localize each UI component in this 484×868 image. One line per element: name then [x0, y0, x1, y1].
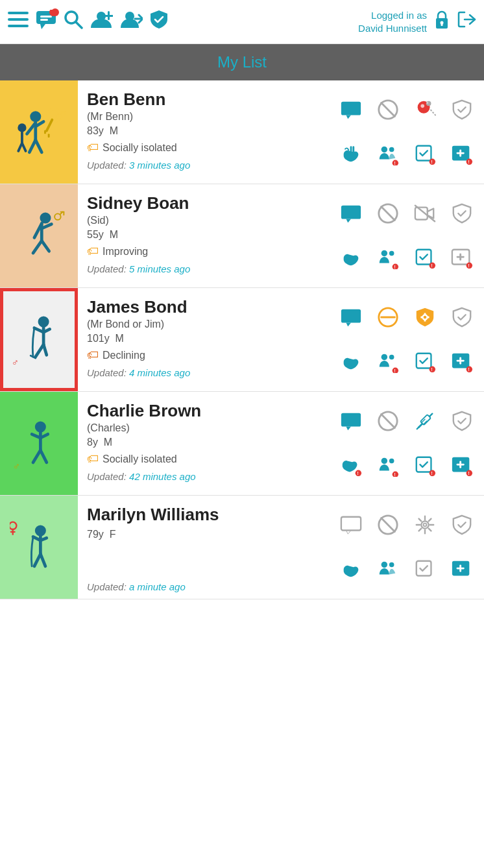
svg-text:♂: ♂ [12, 357, 19, 368]
task-alarm-icon[interactable]: ! [414, 143, 436, 165]
svg-point-147 [35, 525, 46, 536]
patient-avatar-ben-benn[interactable] [0, 80, 78, 184]
transfer-user-icon[interactable] [119, 10, 143, 34]
svg-line-169 [418, 528, 421, 531]
patient-age-sex: 83y M [87, 125, 322, 137]
shield-verify-icon[interactable] [451, 306, 473, 328]
add-alarm-icon[interactable]: ! [451, 351, 473, 373]
svg-line-62 [33, 241, 42, 253]
care-hand-icon[interactable] [340, 143, 362, 165]
alert-head-icon[interactable] [414, 99, 436, 121]
svg-line-121 [40, 450, 46, 462]
tag-label: Declining [103, 350, 145, 361]
patient-actions-charlie-brown: ! ! ! [328, 392, 484, 495]
svg-line-168 [428, 518, 431, 521]
svg-point-135 [381, 458, 387, 464]
family-alarm-icon[interactable]: ! [377, 247, 399, 269]
patient-updated: Updated: 5 minutes ago [87, 263, 322, 274]
page-title-bar: My List [0, 44, 484, 80]
svg-rect-100 [424, 313, 426, 315]
message-icon[interactable] [340, 99, 362, 121]
svg-text:!: ! [357, 471, 358, 476]
care-hand-alarm-icon[interactable]: ! [340, 455, 362, 477]
patient-avatar-marilyn-williams[interactable] [0, 496, 78, 599]
family-alarm-icon[interactable]: ! [377, 351, 399, 373]
patient-item: Ben Benn (Mr Benn) 83y M 🏷 Socially isol… [0, 80, 484, 184]
updated-time: 5 minutes ago [129, 263, 190, 274]
message-icon[interactable] [340, 306, 362, 328]
patient-alias: (Charles) [87, 422, 322, 434]
no-contact-icon[interactable] [377, 202, 399, 224]
svg-point-116 [35, 421, 46, 432]
svg-point-104 [381, 354, 387, 360]
patient-actions-ben-benn: ! ! ! [328, 80, 484, 184]
svg-text:!: ! [394, 368, 395, 373]
tag-icon: 🏷 [87, 141, 99, 154]
svg-rect-78 [416, 250, 431, 265]
patient-avatar-charlie-brown[interactable]: ♂ [0, 392, 78, 495]
family-icon[interactable] [377, 559, 399, 581]
patient-name: Charlie Brown [87, 401, 322, 421]
care-hand-icon[interactable] [340, 247, 362, 269]
shield-verify-icon[interactable] [451, 514, 473, 536]
chat-icon[interactable] [35, 10, 57, 34]
svg-marker-69 [346, 219, 351, 223]
shield-verify-icon[interactable] [451, 202, 473, 224]
patient-age-sex: 79y F [87, 529, 322, 540]
patient-avatar-james-bond[interactable]: ♂ [0, 288, 78, 391]
add-disabled-icon[interactable]: ! [451, 247, 473, 269]
tag-label: Socially isolated [103, 142, 177, 154]
add-alarm-icon[interactable]: ! [451, 143, 473, 165]
svg-text:!: ! [431, 263, 432, 268]
no-contact-icon[interactable] [377, 410, 399, 432]
task-alarm-icon[interactable]: ! [414, 351, 436, 373]
shield-verify-icon[interactable] [451, 410, 473, 432]
shield-check-icon[interactable] [149, 9, 169, 34]
svg-text:!: ! [468, 160, 469, 164]
svg-point-46 [381, 147, 387, 152]
svg-marker-4 [40, 24, 45, 29]
patient-info-marilyn-williams: Marilyn Williams 79y F Updated: a minute… [78, 496, 328, 599]
lock-icon[interactable] [433, 10, 450, 34]
shield-verify-icon[interactable] [451, 99, 473, 121]
add-user-icon[interactable] [90, 10, 113, 34]
patient-avatar-sidney-boan[interactable] [0, 184, 78, 287]
message-gray-icon[interactable] [340, 514, 362, 536]
svg-rect-12 [104, 15, 113, 17]
menu-icon[interactable] [8, 10, 29, 33]
svg-text:!: ! [468, 263, 469, 268]
svg-point-74 [381, 250, 387, 256]
patient-item: ♂ James Bond (Mr Bond or Jim) 101y M 🏷 D… [0, 288, 484, 392]
no-contact-icon[interactable] [377, 99, 399, 121]
no-contact-orange-icon[interactable] [377, 306, 399, 328]
video-off-icon[interactable] [414, 202, 436, 224]
svg-rect-101 [424, 320, 426, 322]
alert-shield-icon[interactable] [414, 306, 436, 328]
svg-point-153 [10, 522, 16, 529]
add-teal-icon[interactable] [451, 559, 473, 581]
logout-icon[interactable] [457, 10, 476, 34]
family-alarm-icon[interactable]: ! [377, 143, 399, 165]
svg-line-151 [34, 553, 40, 566]
tag-label: Improving [103, 246, 148, 258]
svg-text:!: ! [431, 471, 432, 476]
task-alarm-icon[interactable]: ! [414, 247, 436, 269]
patient-alias: (Sid) [87, 215, 322, 226]
family-alarm-icon[interactable]: ! [377, 455, 399, 477]
care-hand-icon[interactable] [340, 559, 362, 581]
search-icon[interactable] [64, 10, 83, 34]
patient-info-james-bond: James Bond (Mr Bond or Jim) 101y M 🏷 Dec… [78, 288, 328, 391]
svg-line-166 [418, 518, 421, 521]
task-alarm-icon[interactable]: ! [414, 455, 436, 477]
message-icon[interactable] [340, 410, 362, 432]
checkbox-gray-icon[interactable] [414, 559, 436, 581]
message-icon[interactable] [340, 202, 362, 224]
add-alarm-icon[interactable]: ! [451, 455, 473, 477]
svg-line-159 [381, 518, 394, 531]
svg-rect-5 [40, 16, 52, 18]
care-hand-icon[interactable] [340, 351, 362, 373]
gear-gray-icon[interactable] [414, 514, 436, 536]
svg-text:!: ! [394, 265, 395, 269]
no-contact-icon[interactable] [377, 514, 399, 536]
syringe-icon[interactable] [414, 410, 436, 432]
